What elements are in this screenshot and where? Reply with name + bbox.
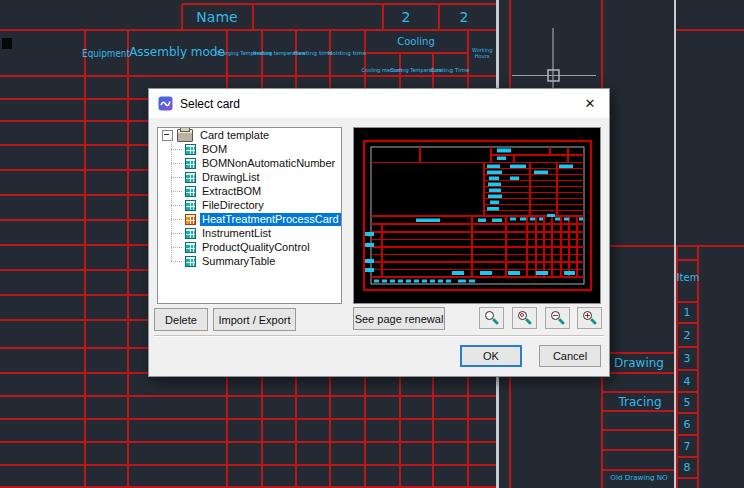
- zoom-window-button[interactable]: [479, 307, 504, 329]
- col-holding-time: Holding time: [328, 50, 366, 57]
- card-table-icon: [185, 158, 196, 169]
- card-preview-thumbnail: [354, 128, 600, 303]
- close-icon[interactable]: ✕: [580, 96, 600, 111]
- col-cooling-time: Cooling Time: [430, 67, 469, 74]
- ok-button[interactable]: OK: [460, 345, 522, 367]
- item-row-number: 4: [684, 375, 691, 388]
- tree-item-label[interactable]: DrawingList: [200, 171, 261, 184]
- tree-item-drawinglist[interactable]: DrawingList: [161, 170, 341, 184]
- zoom-scale-button[interactable]: [512, 307, 537, 329]
- tree-item-bom[interactable]: BOM: [161, 142, 341, 156]
- zoom-in-icon: [583, 311, 597, 325]
- col-working-hours: Working Hours: [472, 47, 492, 59]
- crosshair-cursor: [512, 28, 596, 88]
- item-row-number: 7: [684, 440, 691, 453]
- cancel-button[interactable]: Cancel: [539, 345, 601, 367]
- tree-item-label[interactable]: BOMNonAutomaticNumber: [200, 157, 337, 170]
- drawing-label: Drawing: [614, 356, 664, 370]
- card-preview: [353, 127, 601, 304]
- name-value-1: 2: [402, 9, 411, 25]
- import-export-button[interactable]: Import / Export: [213, 308, 296, 331]
- tree-item-label[interactable]: InstrumentList: [200, 227, 273, 240]
- select-card-dialog: Select card ✕ Card template BOM BOMNonAu…: [148, 88, 610, 377]
- tree-item-summarytable[interactable]: SummaryTable: [161, 254, 341, 268]
- tree-item-label[interactable]: FileDirectory: [200, 199, 266, 212]
- tree-item-label[interactable]: ProductQualityControl: [200, 241, 312, 254]
- tree-item-label[interactable]: SummaryTable: [200, 255, 277, 268]
- tree-item-label[interactable]: ExtractBOM: [200, 185, 263, 198]
- card-table-icon: [185, 172, 196, 183]
- tree-item-label[interactable]: BOM: [200, 143, 229, 156]
- tree-item-extractbom[interactable]: ExtractBOM: [161, 184, 341, 198]
- cad-canvas[interactable]: Name 2 2 Equipment Assembly mode Chargin…: [0, 0, 744, 488]
- card-table-icon: [185, 186, 196, 197]
- card-table-icon: [185, 144, 196, 155]
- tree-root-label[interactable]: Card template: [198, 129, 271, 142]
- zoom-in-button[interactable]: [577, 307, 602, 329]
- name-header: Name: [196, 9, 237, 25]
- item-row-number: 3: [684, 352, 691, 365]
- tree-root-row[interactable]: Card template: [161, 129, 341, 142]
- tree-item-filedirectory[interactable]: FileDirectory: [161, 198, 341, 212]
- col-equipment: Equipment: [82, 47, 130, 60]
- card-table-icon: [185, 228, 196, 239]
- dialog-title: Select card: [180, 97, 240, 111]
- card-table-icon-selected: [185, 214, 196, 225]
- dialog-titlebar[interactable]: Select card ✕: [149, 89, 609, 118]
- card-template-icon: [177, 129, 193, 142]
- zoom-out-icon: [551, 311, 565, 325]
- card-template-tree[interactable]: Card template BOM BOMNonAutomaticNumber …: [157, 127, 342, 304]
- item-row-number: 2: [684, 329, 691, 342]
- card-table-icon: [185, 242, 196, 253]
- tree-item-productqualitycontrol[interactable]: ProductQualityControl: [161, 240, 341, 254]
- zoom-out-button[interactable]: [545, 307, 570, 329]
- item-row-number: 8: [684, 461, 691, 474]
- tree-item-label-selected[interactable]: HeatTreatmentProcessCard: [200, 213, 341, 226]
- zoom-window-icon: [485, 311, 499, 325]
- app-icon: [158, 96, 173, 111]
- name-value-2: 2: [460, 9, 469, 25]
- item-row-number: 6: [684, 418, 691, 431]
- item-row-number: 1: [684, 306, 691, 319]
- zoom-scale-icon: [518, 311, 532, 325]
- footer-separator: [154, 335, 604, 337]
- card-table-icon: [185, 256, 196, 267]
- see-page-renewal-button[interactable]: See page renewal: [353, 307, 445, 330]
- tracing-label: Tracing: [618, 395, 661, 409]
- delete-button[interactable]: Delete: [154, 308, 208, 331]
- tree-item-heattreatmentprocesscard[interactable]: HeatTreatmentProcessCard: [161, 212, 341, 226]
- tree-item-instrumentlist[interactable]: InstrumentList: [161, 226, 341, 240]
- col-cooling: Cooling: [397, 36, 434, 47]
- col-heating-time: Heating time: [294, 50, 333, 57]
- item-column-header: Item: [677, 272, 700, 283]
- item-row-number: 5: [684, 396, 691, 409]
- tree-item-bomnonautomaticnumber[interactable]: BOMNonAutomaticNumber: [161, 156, 341, 170]
- old-drawing-label: Old Drawing NO: [610, 474, 667, 482]
- card-table-icon: [185, 200, 196, 211]
- col-assembly-mode: Assembly mode: [129, 45, 225, 59]
